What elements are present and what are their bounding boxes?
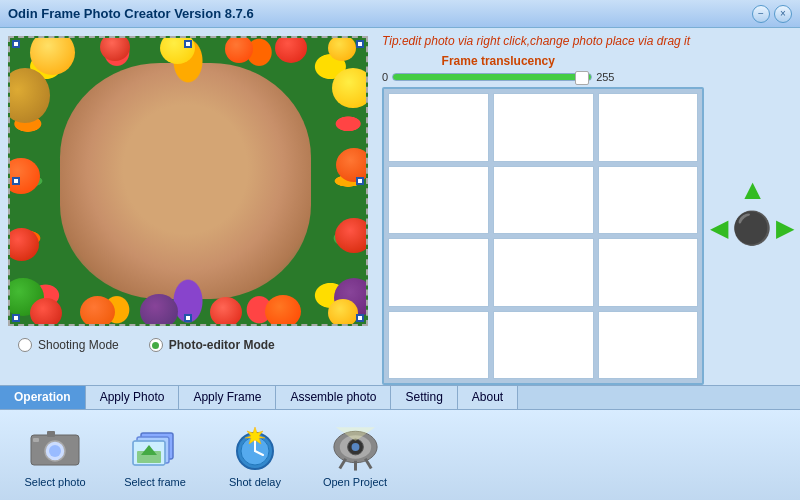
tab-bar: Operation Apply Photo Apply Frame Assemb…: [0, 385, 800, 410]
select-frame-label: Select frame: [124, 476, 186, 488]
slider-max: 255: [596, 71, 614, 83]
frame-cell-10[interactable]: [493, 311, 594, 380]
close-button[interactable]: ×: [774, 5, 792, 23]
frame-cell-1[interactable]: [493, 93, 594, 162]
right-panel: Tip:edit photo via right click,change ph…: [376, 28, 800, 385]
svg-line-20: [339, 459, 345, 469]
shot-delay-label: Shot delay: [229, 476, 281, 488]
handle-tl[interactable]: [12, 40, 20, 48]
handle-br[interactable]: [356, 314, 364, 322]
handle-tm[interactable]: [184, 40, 192, 48]
right-inner: Tip:edit photo via right click,change ph…: [382, 34, 794, 385]
app-body: Shooting Mode Photo-editor Mode Tip:edit…: [0, 28, 800, 500]
mode-row: Shooting Mode Photo-editor Mode: [8, 334, 368, 356]
shooting-mode-radio[interactable]: [18, 338, 32, 352]
top-section: Shooting Mode Photo-editor Mode Tip:edit…: [0, 28, 800, 385]
camera-svg: [29, 425, 81, 469]
frame-cell-9[interactable]: [388, 311, 489, 380]
slider-min: 0: [382, 71, 388, 83]
handle-mr[interactable]: [356, 177, 364, 185]
fruit-orange-bot: [80, 296, 115, 326]
svg-point-19: [351, 443, 359, 451]
fruit-banana-right: [332, 68, 368, 108]
frame-cell-0[interactable]: [388, 93, 489, 162]
select-photo-tool[interactable]: Select photo: [20, 422, 90, 488]
frame-cell-3[interactable]: [388, 166, 489, 235]
frame-cell-2[interactable]: [598, 93, 699, 162]
translucency-label: Frame translucency: [382, 54, 614, 68]
svg-line-22: [365, 459, 371, 469]
tab-assemble-photo[interactable]: Assemble photo: [276, 386, 391, 409]
fruit-tomato-bot1: [30, 298, 62, 326]
translucency-section: Frame translucency 0 255: [382, 54, 704, 83]
fruit-lemon-bot: [328, 299, 358, 326]
arrows-wrapper: ▲ ◀ ⚫ ▶: [710, 54, 794, 385]
window-controls: − ×: [752, 5, 792, 23]
arrow-right-button[interactable]: ▶: [776, 216, 794, 240]
slider-container: 0 255: [382, 71, 614, 83]
handle-ml[interactable]: [12, 177, 20, 185]
fruit-orange-top: [225, 36, 253, 63]
frame-cell-8[interactable]: [598, 238, 699, 307]
fruit-tomato-bot2: [210, 297, 242, 326]
fruit-lemon-top: [328, 36, 356, 61]
arrow-up-button[interactable]: ▲: [739, 176, 767, 204]
fruit-orange-bot2: [265, 295, 301, 326]
projector-svg: [328, 423, 383, 471]
open-project-icon: [328, 422, 383, 472]
tab-apply-photo[interactable]: Apply Photo: [86, 386, 180, 409]
open-project-tool[interactable]: Open Project: [320, 422, 390, 488]
slider-thumb[interactable]: [575, 71, 589, 85]
timer-svg: [229, 423, 281, 471]
translucency-slider[interactable]: [392, 73, 592, 81]
tab-about[interactable]: About: [458, 386, 518, 409]
fruit-apple-right: [335, 218, 368, 253]
radio-selected-dot: [152, 342, 159, 349]
arrow-center-button[interactable]: ⚫: [732, 212, 772, 244]
tab-apply-frame[interactable]: Apply Frame: [179, 386, 276, 409]
app-title: Odin Frame Photo Creator Version 8.7.6: [8, 6, 254, 21]
photo-editor-radio[interactable]: [149, 338, 163, 352]
photo-canvas[interactable]: [8, 36, 368, 326]
select-photo-icon: [28, 422, 83, 472]
frame-grid: [382, 87, 704, 385]
shooting-mode-label: Shooting Mode: [38, 338, 119, 352]
tip-bar: Tip:edit photo via right click,change ph…: [382, 34, 794, 48]
handle-bm[interactable]: [184, 314, 192, 322]
handle-tr[interactable]: [356, 40, 364, 48]
arrow-left-button[interactable]: ◀: [710, 216, 728, 240]
select-frame-icon: [128, 422, 183, 472]
bottom-toolbar: Select photo Select frame: [0, 410, 800, 500]
frame-cell-5[interactable]: [598, 166, 699, 235]
photo-editor-mode-label: Photo-editor Mode: [169, 338, 275, 352]
frames-svg: [129, 425, 181, 469]
left-panel: Shooting Mode Photo-editor Mode: [0, 28, 376, 385]
select-frame-tool[interactable]: Select frame: [120, 422, 190, 488]
bottom-section: Operation Apply Photo Apply Frame Assemb…: [0, 385, 800, 500]
grid-wrapper: Frame translucency 0 255: [382, 54, 704, 385]
open-project-label: Open Project: [323, 476, 387, 488]
photo-editor-mode-option[interactable]: Photo-editor Mode: [149, 338, 275, 352]
shot-delay-tool[interactable]: Shot delay: [220, 422, 290, 488]
minimize-button[interactable]: −: [752, 5, 770, 23]
arrows-top: ▲: [710, 176, 794, 204]
fruit-border: [10, 38, 366, 324]
grid-and-arrows: Frame translucency 0 255: [382, 54, 794, 385]
fruit-grapes-bot: [140, 294, 178, 326]
frame-cell-6[interactable]: [388, 238, 489, 307]
frame-cell-11[interactable]: [598, 311, 699, 380]
select-photo-label: Select photo: [24, 476, 85, 488]
frame-cell-4[interactable]: [493, 166, 594, 235]
tab-setting[interactable]: Setting: [391, 386, 457, 409]
frame-cell-7[interactable]: [493, 238, 594, 307]
title-bar: Odin Frame Photo Creator Version 8.7.6 −…: [0, 0, 800, 28]
shot-delay-icon: [228, 422, 283, 472]
handle-bl[interactable]: [12, 314, 20, 322]
shooting-mode-option[interactable]: Shooting Mode: [18, 338, 119, 352]
arrows-bottom: ◀ ⚫ ▶: [710, 212, 794, 244]
tab-operation[interactable]: Operation: [0, 386, 86, 409]
